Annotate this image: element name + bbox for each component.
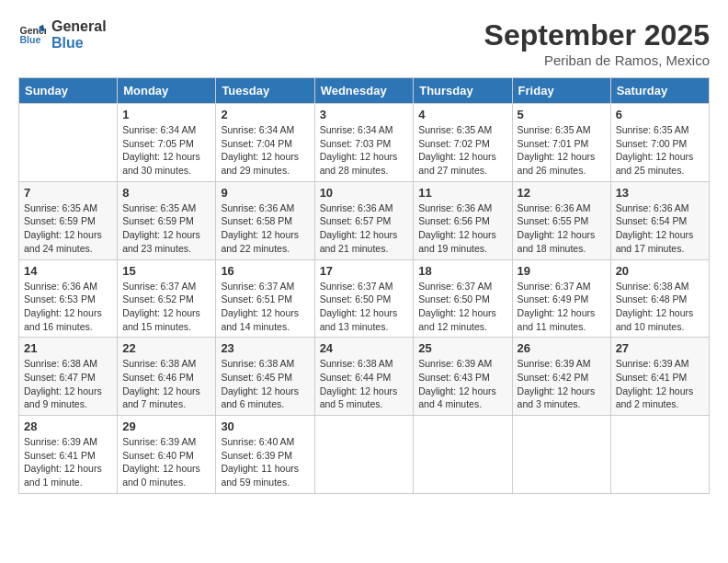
logo-blue: Blue — [51, 35, 107, 52]
day-cell — [414, 416, 512, 494]
day-info: Sunrise: 6:38 AM Sunset: 6:47 PM Dayligh… — [24, 357, 112, 411]
col-header-tuesday: Tuesday — [216, 78, 314, 104]
day-cell: 25Sunrise: 6:39 AM Sunset: 6:43 PM Dayli… — [414, 338, 512, 416]
day-info: Sunrise: 6:34 AM Sunset: 7:04 PM Dayligh… — [221, 123, 309, 178]
col-header-saturday: Saturday — [610, 78, 709, 104]
day-cell: 5Sunrise: 6:35 AM Sunset: 7:01 PM Daylig… — [512, 104, 610, 182]
day-number: 8 — [122, 186, 210, 200]
day-info: Sunrise: 6:39 AM Sunset: 6:40 PM Dayligh… — [122, 435, 210, 489]
day-info: Sunrise: 6:37 AM Sunset: 6:50 PM Dayligh… — [418, 280, 506, 334]
day-cell: 30Sunrise: 6:40 AM Sunset: 6:39 PM Dayli… — [216, 416, 314, 494]
day-cell: 2Sunrise: 6:34 AM Sunset: 7:04 PM Daylig… — [216, 104, 314, 182]
day-cell: 7Sunrise: 6:35 AM Sunset: 6:59 PM Daylig… — [19, 181, 118, 259]
day-cell: 11Sunrise: 6:36 AM Sunset: 6:56 PM Dayli… — [414, 181, 512, 259]
col-header-wednesday: Wednesday — [314, 78, 414, 104]
day-info: Sunrise: 6:35 AM Sunset: 7:01 PM Dayligh… — [518, 123, 606, 178]
day-cell — [19, 104, 118, 182]
day-info: Sunrise: 6:39 AM Sunset: 6:41 PM Dayligh… — [24, 435, 112, 489]
day-number: 13 — [616, 186, 704, 200]
week-row-4: 21Sunrise: 6:38 AM Sunset: 6:47 PM Dayli… — [19, 338, 710, 416]
location: Periban de Ramos, Mexico — [484, 52, 710, 68]
day-cell — [610, 416, 709, 494]
day-info: Sunrise: 6:37 AM Sunset: 6:49 PM Dayligh… — [518, 280, 606, 334]
day-info: Sunrise: 6:37 AM Sunset: 6:50 PM Dayligh… — [320, 280, 409, 334]
day-info: Sunrise: 6:35 AM Sunset: 6:59 PM Dayligh… — [24, 201, 112, 256]
day-info: Sunrise: 6:38 AM Sunset: 6:45 PM Dayligh… — [221, 357, 309, 411]
day-number: 11 — [418, 186, 506, 200]
week-row-1: 1Sunrise: 6:34 AM Sunset: 7:05 PM Daylig… — [19, 104, 710, 182]
day-number: 24 — [320, 341, 409, 355]
col-header-friday: Friday — [512, 78, 610, 104]
day-info: Sunrise: 6:36 AM Sunset: 6:54 PM Dayligh… — [616, 201, 704, 256]
day-cell: 12Sunrise: 6:36 AM Sunset: 6:55 PM Dayli… — [512, 181, 610, 259]
day-cell: 29Sunrise: 6:39 AM Sunset: 6:40 PM Dayli… — [118, 416, 216, 494]
day-number: 9 — [221, 186, 309, 200]
day-info: Sunrise: 6:37 AM Sunset: 6:52 PM Dayligh… — [122, 280, 210, 334]
day-number: 27 — [616, 341, 704, 355]
day-cell: 27Sunrise: 6:39 AM Sunset: 6:41 PM Dayli… — [610, 338, 709, 416]
day-info: Sunrise: 6:39 AM Sunset: 6:41 PM Dayligh… — [616, 357, 704, 411]
svg-text:Blue: Blue — [20, 34, 41, 45]
day-info: Sunrise: 6:36 AM Sunset: 6:55 PM Dayligh… — [518, 201, 606, 256]
col-header-monday: Monday — [118, 78, 216, 104]
day-info: Sunrise: 6:37 AM Sunset: 6:51 PM Dayligh… — [221, 280, 309, 334]
day-cell: 23Sunrise: 6:38 AM Sunset: 6:45 PM Dayli… — [216, 338, 314, 416]
day-number: 3 — [320, 108, 409, 121]
day-cell: 6Sunrise: 6:35 AM Sunset: 7:00 PM Daylig… — [610, 104, 709, 182]
logo: General Blue General Blue — [18, 18, 107, 51]
day-number: 29 — [122, 419, 210, 433]
day-cell: 1Sunrise: 6:34 AM Sunset: 7:05 PM Daylig… — [118, 104, 216, 182]
logo-icon: General Blue — [18, 21, 46, 49]
day-cell: 28Sunrise: 6:39 AM Sunset: 6:41 PM Dayli… — [19, 416, 118, 494]
day-number: 15 — [122, 264, 210, 278]
day-info: Sunrise: 6:39 AM Sunset: 6:42 PM Dayligh… — [518, 357, 606, 411]
logo-general: General — [51, 18, 107, 35]
day-info: Sunrise: 6:38 AM Sunset: 6:46 PM Dayligh… — [122, 357, 210, 411]
day-cell: 14Sunrise: 6:36 AM Sunset: 6:53 PM Dayli… — [19, 259, 118, 338]
day-number: 4 — [418, 108, 506, 121]
day-number: 12 — [518, 186, 606, 200]
day-cell: 10Sunrise: 6:36 AM Sunset: 6:57 PM Dayli… — [314, 181, 414, 259]
day-cell: 9Sunrise: 6:36 AM Sunset: 6:58 PM Daylig… — [216, 181, 314, 259]
day-info: Sunrise: 6:35 AM Sunset: 7:00 PM Dayligh… — [616, 123, 704, 178]
day-info: Sunrise: 6:38 AM Sunset: 6:48 PM Dayligh… — [616, 280, 704, 334]
day-number: 20 — [616, 264, 704, 278]
day-number: 28 — [24, 419, 112, 433]
day-number: 1 — [122, 108, 210, 121]
day-info: Sunrise: 6:36 AM Sunset: 6:53 PM Dayligh… — [24, 280, 112, 334]
month-title: September 2025 — [484, 18, 710, 52]
day-number: 2 — [221, 108, 309, 121]
day-info: Sunrise: 6:36 AM Sunset: 6:57 PM Dayligh… — [320, 201, 409, 256]
day-cell: 22Sunrise: 6:38 AM Sunset: 6:46 PM Dayli… — [118, 338, 216, 416]
day-number: 26 — [518, 341, 606, 355]
day-cell: 18Sunrise: 6:37 AM Sunset: 6:50 PM Dayli… — [414, 259, 512, 338]
day-cell: 16Sunrise: 6:37 AM Sunset: 6:51 PM Dayli… — [216, 259, 314, 338]
day-number: 14 — [24, 264, 112, 278]
day-number: 30 — [221, 419, 309, 433]
col-header-sunday: Sunday — [19, 78, 118, 104]
week-row-5: 28Sunrise: 6:39 AM Sunset: 6:41 PM Dayli… — [19, 416, 710, 494]
week-row-3: 14Sunrise: 6:36 AM Sunset: 6:53 PM Dayli… — [19, 259, 710, 338]
day-cell: 4Sunrise: 6:35 AM Sunset: 7:02 PM Daylig… — [414, 104, 512, 182]
day-number: 18 — [418, 264, 506, 278]
day-number: 5 — [518, 108, 606, 121]
day-cell: 8Sunrise: 6:35 AM Sunset: 6:59 PM Daylig… — [118, 181, 216, 259]
day-number: 21 — [24, 341, 112, 355]
day-info: Sunrise: 6:34 AM Sunset: 7:03 PM Dayligh… — [320, 123, 409, 178]
day-number: 22 — [122, 341, 210, 355]
day-number: 25 — [418, 341, 506, 355]
page-header: General Blue General Blue September 2025… — [18, 18, 710, 68]
day-cell: 24Sunrise: 6:38 AM Sunset: 6:44 PM Dayli… — [314, 338, 414, 416]
calendar-table: SundayMondayTuesdayWednesdayThursdayFrid… — [18, 77, 710, 494]
day-info: Sunrise: 6:38 AM Sunset: 6:44 PM Dayligh… — [320, 357, 409, 411]
day-info: Sunrise: 6:35 AM Sunset: 6:59 PM Dayligh… — [122, 201, 210, 256]
day-info: Sunrise: 6:35 AM Sunset: 7:02 PM Dayligh… — [418, 123, 506, 178]
day-number: 10 — [320, 186, 409, 200]
day-cell: 26Sunrise: 6:39 AM Sunset: 6:42 PM Dayli… — [512, 338, 610, 416]
day-number: 7 — [24, 186, 112, 200]
day-info: Sunrise: 6:36 AM Sunset: 6:58 PM Dayligh… — [221, 201, 309, 256]
day-number: 19 — [518, 264, 606, 278]
day-cell — [512, 416, 610, 494]
day-cell: 20Sunrise: 6:38 AM Sunset: 6:48 PM Dayli… — [610, 259, 709, 338]
day-cell: 13Sunrise: 6:36 AM Sunset: 6:54 PM Dayli… — [610, 181, 709, 259]
